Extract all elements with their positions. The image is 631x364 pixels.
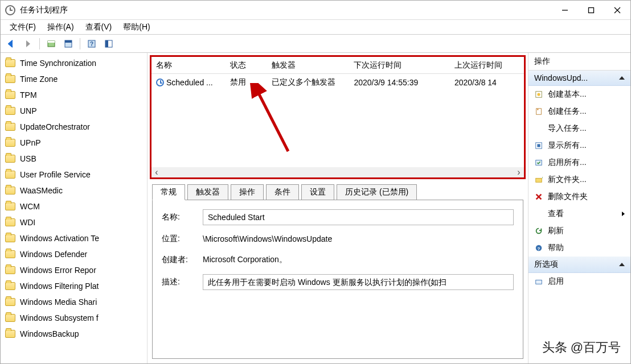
col-status[interactable]: 状态 (230, 60, 272, 71)
task-header-row: 名称 状态 触发器 下次运行时间 上次运行时间 (151, 57, 524, 74)
tree-item-label: WDI (20, 218, 35, 227)
tree-item[interactable]: WDI (1, 214, 147, 230)
menu-help[interactable]: 帮助(H) (117, 21, 155, 34)
action-icon (534, 209, 543, 218)
col-last-run[interactable]: 上次运行时间 (454, 60, 524, 71)
scroll-track[interactable] (162, 167, 514, 177)
tree-item[interactable]: Time Synchronization (1, 55, 147, 71)
menu-action[interactable]: 操作(A) (42, 21, 80, 34)
folder-icon (5, 314, 15, 322)
folder-icon (5, 250, 15, 258)
label-author: 创建者: (162, 255, 203, 265)
collapse-up-icon (619, 263, 625, 266)
tree-item-label: Windows Subsystem f (20, 313, 99, 322)
nav-forward-button[interactable] (20, 37, 36, 51)
task-last-run: 2020/3/8 14 (454, 78, 524, 87)
actions-group-label: WindowsUpd... (534, 73, 588, 82)
tab-conditions[interactable]: 条件 (266, 184, 299, 200)
action-item[interactable]: 启用 (528, 273, 630, 290)
tree-item[interactable]: Windows Subsystem f (1, 310, 147, 326)
tree-item[interactable]: Time Zone (1, 71, 147, 87)
help-button[interactable]: ? (84, 37, 100, 51)
action-item[interactable]: 显示所有... (528, 137, 630, 154)
show-hide-button[interactable] (60, 37, 76, 51)
tab-settings[interactable]: 设置 (301, 184, 334, 200)
tree-item-label: Time Zone (20, 75, 58, 84)
action-item[interactable]: 删除文件夹 (528, 188, 630, 205)
menu-file[interactable]: 文件(F) (4, 21, 42, 34)
tree-item[interactable]: Windows Defender (1, 246, 147, 262)
tree-item[interactable]: TPM (1, 87, 147, 103)
field-location: \Microsoft\Windows\WindowsUpdate (203, 232, 514, 246)
tree-item[interactable]: WCM (1, 198, 147, 214)
tab-operations[interactable]: 操作 (231, 184, 264, 200)
tree-item[interactable]: WindowsBackup (1, 326, 147, 342)
maximize-button[interactable] (578, 1, 604, 19)
tree-item[interactable]: Windows Media Shari (1, 294, 147, 310)
action-item[interactable]: 刷新 (528, 222, 630, 239)
scroll-right-icon[interactable]: › (514, 167, 524, 177)
task-clock-icon (156, 78, 164, 86)
tree-item[interactable]: WaaSMedic (1, 183, 147, 198)
action-item[interactable]: 创建基本... (528, 86, 630, 103)
col-next-run[interactable]: 下次运行时间 (354, 60, 454, 71)
horizontal-scrollbar[interactable]: ‹ › (151, 167, 524, 177)
folder-icon (5, 234, 15, 242)
panel-button[interactable] (101, 37, 117, 51)
menu-view[interactable]: 查看(V) (80, 21, 118, 34)
tree-item[interactable]: Windows Filtering Plat (1, 278, 147, 294)
action-label: 启用所有... (548, 158, 587, 168)
properties-button[interactable] (43, 37, 59, 51)
action-item[interactable]: ＊新文件夹... (528, 171, 630, 188)
window-title: 任务计划程序 (20, 5, 552, 15)
svg-rect-26 (536, 280, 542, 284)
toolbar: ? (1, 35, 630, 53)
tree-item[interactable]: UPnP (1, 135, 147, 151)
col-name[interactable]: 名称 (156, 60, 230, 71)
action-item[interactable]: 创建任务... (528, 103, 630, 120)
nav-tree[interactable]: Time SynchronizationTime ZoneTPMUNPUpdat… (1, 53, 147, 363)
folder-icon (5, 123, 15, 131)
field-description[interactable]: 此任务用于在需要时启动 Windows 更新服务以执行计划的操作(如扫 (203, 274, 514, 290)
actions-selected-header[interactable]: 所选项 (528, 257, 630, 273)
field-name[interactable]: Scheduled Start (203, 209, 514, 225)
tree-item[interactable]: Windows Error Repor (1, 262, 147, 278)
tree-item[interactable]: Windows Activation Te (1, 230, 147, 246)
tab-history[interactable]: 历史记录 (已禁用) (337, 184, 417, 200)
action-item[interactable]: 启用所有... (528, 154, 630, 171)
folder-icon (5, 330, 15, 338)
minimize-button[interactable] (552, 1, 578, 19)
tree-item-label: UpdateOrchestrator (20, 122, 90, 131)
task-next-run: 2020/3/9 14:55:39 (354, 78, 454, 87)
svg-point-14 (537, 93, 540, 96)
actions-group-header[interactable]: WindowsUpd... (528, 71, 630, 86)
tab-triggers[interactable]: 触发器 (187, 184, 228, 200)
action-label: 启用 (548, 276, 564, 287)
action-label: 刷新 (548, 226, 564, 236)
col-trigger[interactable]: 触发器 (272, 60, 354, 71)
svg-rect-15 (536, 109, 542, 115)
tree-item[interactable]: USB (1, 151, 147, 167)
task-name: Scheduled ... (166, 78, 213, 87)
nav-back-button[interactable] (3, 37, 19, 51)
tab-general[interactable]: 常规 (152, 184, 185, 200)
action-icon (534, 277, 543, 286)
tree-item[interactable]: User Profile Service (1, 167, 147, 183)
task-row[interactable]: Scheduled ... 禁用 已定义多个触发器 2020/3/9 14:55… (151, 74, 524, 91)
scroll-left-icon[interactable]: ‹ (151, 167, 162, 177)
tree-item-label: TPM (20, 90, 37, 100)
tree-item[interactable]: UpdateOrchestrator (1, 119, 147, 135)
action-label: 新文件夹... (548, 175, 587, 185)
action-item[interactable]: 导入任务... (528, 120, 630, 137)
tree-item[interactable]: UNP (1, 103, 147, 119)
svg-rect-18 (537, 144, 540, 147)
action-icon (534, 192, 543, 201)
actions-title: 操作 (528, 53, 630, 71)
body: Time SynchronizationTime ZoneTPMUNPUpdat… (1, 53, 630, 363)
svg-rect-7 (65, 40, 72, 43)
close-button[interactable] (604, 1, 630, 19)
action-label: 导入任务... (548, 123, 587, 134)
action-icon (534, 158, 543, 167)
action-item[interactable]: 查看 (528, 205, 630, 222)
action-item[interactable]: ?帮助 (528, 239, 630, 257)
